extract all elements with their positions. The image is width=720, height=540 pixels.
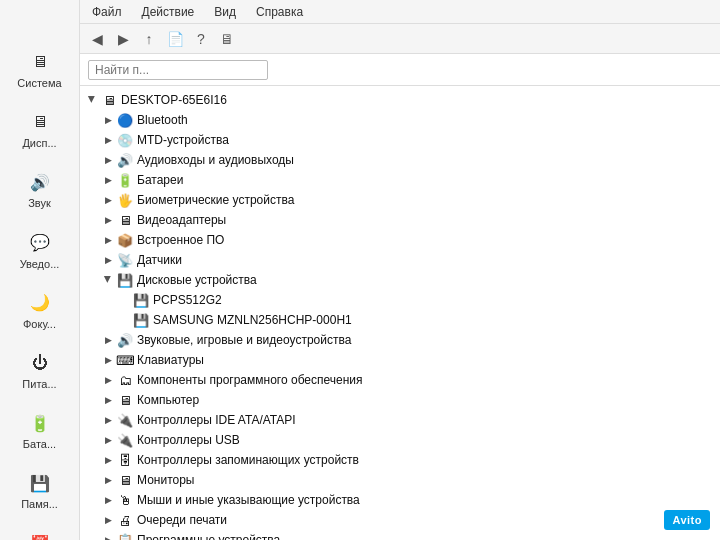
sidebar-icon-5: ⏻ <box>28 351 52 375</box>
icon-disk2: 💾 <box>132 311 150 329</box>
label-disk: Дисковые устройства <box>137 273 257 287</box>
tree-item-disk2[interactable]: 💾 SAMSUNG MZNLN256HCHP-000H1 <box>80 310 720 330</box>
tree-item-usb[interactable]: ▶ 🔌 Контроллеры USB <box>80 430 720 450</box>
sidebar-item-0[interactable]: 🖥 Система <box>4 42 75 98</box>
sidebar-item-8[interactable]: 📅 Плани... <box>4 524 75 541</box>
tree-item-disk1[interactable]: 💾 PCPS512G2 <box>80 290 720 310</box>
expand-prog-icon: ▶ <box>100 532 116 540</box>
tree-item-pc[interactable]: ▶ 🖥 Компьютер <box>80 390 720 410</box>
searchbar <box>80 54 720 86</box>
toolbar: ◀▶↑📄?🖥 <box>80 24 720 54</box>
sidebar-label-5: Пита... <box>22 378 56 391</box>
expand-root-icon: ▶ <box>84 91 100 107</box>
menu-item-файл[interactable]: Файл <box>88 4 126 20</box>
icon-disk: 💾 <box>116 271 134 289</box>
tree-root[interactable]: ▶ 🖥 DESKTOP-65E6I16 <box>80 90 720 110</box>
icon-bt: 🔵 <box>116 111 134 129</box>
label-bt: Bluetooth <box>137 113 188 127</box>
device-tree: ▶ 🖥 DESKTOP-65E6I16 ▶ 🔵 Bluetooth ▶ 💿 MT… <box>80 86 720 540</box>
icon-usb: 🔌 <box>116 431 134 449</box>
icon-bio: 🖐 <box>116 191 134 209</box>
label-print: Очереди печати <box>137 513 227 527</box>
icon-ide: 🔌 <box>116 411 134 429</box>
expand-audio-icon: ▶ <box>100 152 116 168</box>
tree-item-firm[interactable]: ▶ 📦 Встроенное ПО <box>80 230 720 250</box>
expand-bt-icon: ▶ <box>100 112 116 128</box>
menu-item-вид[interactable]: Вид <box>210 4 240 20</box>
back-button[interactable]: ◀ <box>86 28 108 50</box>
tree-item-mouse[interactable]: ▶ 🖱 Мыши и иные указывающие устройства <box>80 490 720 510</box>
tree-item-video[interactable]: ▶ 🖥 Видеоадаптеры <box>80 210 720 230</box>
sidebar-item-7[interactable]: 💾 Памя... <box>4 463 75 519</box>
label-pc: Компьютер <box>137 393 199 407</box>
sidebar-label-7: Памя... <box>21 498 58 511</box>
icon-sound: 🔊 <box>116 331 134 349</box>
icon-pc: 🖥 <box>116 391 134 409</box>
label-bat: Батареи <box>137 173 183 187</box>
tree-item-stor[interactable]: ▶ 🗄 Контроллеры запоминающих устройств <box>80 450 720 470</box>
tree-item-prog[interactable]: ▶ 📋 Программные устройства <box>80 530 720 540</box>
label-bio: Биометрические устройства <box>137 193 294 207</box>
expand-mon-icon: ▶ <box>100 472 116 488</box>
sidebar-label-1: Дисп... <box>22 137 56 150</box>
icon-sensor: 📡 <box>116 251 134 269</box>
tree-item-audio[interactable]: ▶ 🔊 Аудиовходы и аудиовыходы <box>80 150 720 170</box>
label-firm: Встроенное ПО <box>137 233 224 247</box>
sidebar-label-0: Система <box>17 77 61 90</box>
sidebar-item-1[interactable]: 🖥 Дисп... <box>4 102 75 158</box>
tree-item-mon[interactable]: ▶ 🖥 Мониторы <box>80 470 720 490</box>
label-mouse: Мыши и иные указывающие устройства <box>137 493 360 507</box>
menu-item-действие[interactable]: Действие <box>138 4 199 20</box>
label-disk1: PCPS512G2 <box>153 293 222 307</box>
expand-print-icon: ▶ <box>100 512 116 528</box>
label-video: Видеоадаптеры <box>137 213 226 227</box>
sidebar-item-3[interactable]: 💬 Уведо... <box>4 223 75 279</box>
expand-kbd-icon: ▶ <box>100 352 116 368</box>
tree-item-disk[interactable]: ▶ 💾 Дисковые устройства <box>80 270 720 290</box>
sidebar-icon-8: 📅 <box>28 532 52 541</box>
sidebar-icon-3: 💬 <box>28 231 52 255</box>
sidebar-item-5[interactable]: ⏻ Пита... <box>4 343 75 399</box>
avito-watermark: Avito <box>664 510 710 530</box>
menu-item-справка[interactable]: Справка <box>252 4 307 20</box>
menubar: ФайлДействиеВидСправка <box>80 0 720 24</box>
sidebar-item-6[interactable]: 🔋 Бата... <box>4 403 75 459</box>
tree-item-mtd[interactable]: ▶ 💿 MTD-устройства <box>80 130 720 150</box>
tree-item-sensor[interactable]: ▶ 📡 Датчики <box>80 250 720 270</box>
label-prog: Программные устройства <box>137 533 280 540</box>
search-input[interactable] <box>88 60 268 80</box>
root-label: DESKTOP-65E6I16 <box>121 93 227 107</box>
properties-button[interactable]: 📄 <box>164 28 186 50</box>
sidebar-label-6: Бата... <box>23 438 56 451</box>
sidebar-item-2[interactable]: 🔊 Звук <box>4 162 75 218</box>
sidebar-label-4: Фоку... <box>23 318 56 331</box>
label-usb: Контроллеры USB <box>137 433 240 447</box>
expand-sound-icon: ▶ <box>100 332 116 348</box>
monitor-button[interactable]: 🖥 <box>216 28 238 50</box>
tree-item-ide[interactable]: ▶ 🔌 Контроллеры IDE ATA/ATAPI <box>80 410 720 430</box>
icon-video: 🖥 <box>116 211 134 229</box>
forward-button[interactable]: ▶ <box>112 28 134 50</box>
up-button[interactable]: ↑ <box>138 28 160 50</box>
expand-pc-icon: ▶ <box>100 392 116 408</box>
label-mon: Мониторы <box>137 473 194 487</box>
tree-item-kbd[interactable]: ▶ ⌨ Клавиатуры <box>80 350 720 370</box>
root-icon: 🖥 <box>100 91 118 109</box>
icon-prog: 📋 <box>116 531 134 540</box>
tree-item-bat[interactable]: ▶ 🔋 Батареи <box>80 170 720 190</box>
label-ide: Контроллеры IDE ATA/ATAPI <box>137 413 296 427</box>
expand-video-icon: ▶ <box>100 212 116 228</box>
label-sound: Звуковые, игровые и видеоустройства <box>137 333 351 347</box>
sidebar-icon-7: 💾 <box>28 471 52 495</box>
expand-stor-icon: ▶ <box>100 452 116 468</box>
tree-item-sw[interactable]: ▶ 🗂 Компоненты программного обеспечения <box>80 370 720 390</box>
tree-item-bio[interactable]: ▶ 🖐 Биометрические устройства <box>80 190 720 210</box>
icon-stor: 🗄 <box>116 451 134 469</box>
help-button[interactable]: ? <box>190 28 212 50</box>
tree-item-sound[interactable]: ▶ 🔊 Звуковые, игровые и видеоустройства <box>80 330 720 350</box>
tree-item-bt[interactable]: ▶ 🔵 Bluetooth <box>80 110 720 130</box>
label-sw: Компоненты программного обеспечения <box>137 373 363 387</box>
sidebar-label-2: Звук <box>28 197 51 210</box>
sidebar-item-4[interactable]: 🌙 Фоку... <box>4 283 75 339</box>
tree-item-print[interactable]: ▶ 🖨 Очереди печати <box>80 510 720 530</box>
